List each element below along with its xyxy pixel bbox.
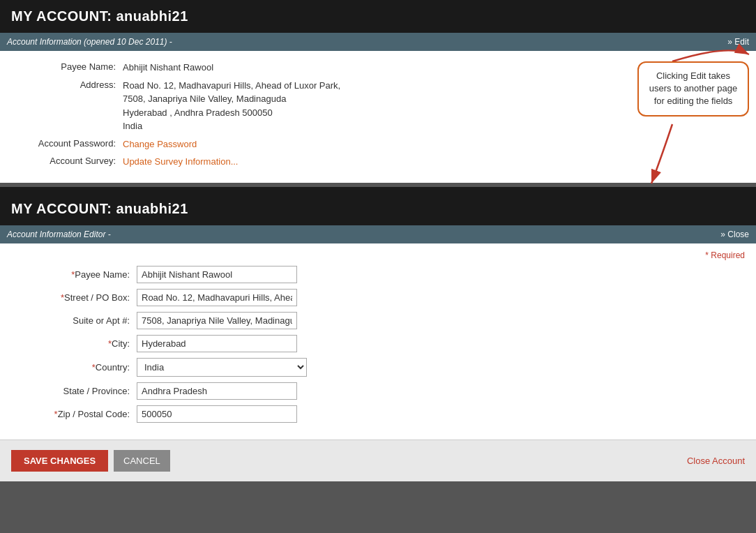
- edit-link[interactable]: » Edit: [727, 37, 749, 47]
- survey-label: Account Survey:: [11, 155, 123, 166]
- form-row-suite: Suite or Apt #:: [11, 312, 745, 329]
- address-value: Road No. 12, Madhavapuri Hills, Ahead of…: [123, 79, 340, 133]
- cancel-button[interactable]: CANCEL: [114, 450, 170, 472]
- country-select[interactable]: India: [137, 358, 307, 377]
- page-title-1: MY ACCOUNT: anuabhi21: [0, 0, 756, 33]
- form-label-state: State / Province:: [11, 386, 137, 396]
- section1-header-title: Account Information (opened 10 Dec 2011)…: [7, 37, 172, 47]
- form-label-city: *City:: [11, 338, 137, 349]
- account-view-section: MY ACCOUNT: anuabhi21 Account Informatio…: [0, 0, 756, 183]
- form-label-street: *Street / PO Box:: [11, 292, 137, 303]
- password-value: Change Password: [123, 137, 197, 151]
- section1-content: Payee Name: Abhijit Nishant Rawool Addre…: [0, 51, 756, 183]
- account-info-table: Payee Name: Abhijit Nishant Rawool Addre…: [0, 51, 756, 183]
- form-label-zip: *Zip / Postal Code:: [11, 409, 137, 419]
- address-row: Address: Road No. 12, Madhavapuri Hills,…: [11, 79, 745, 133]
- state-input[interactable]: [137, 382, 297, 400]
- street-input[interactable]: [137, 289, 297, 306]
- survey-row: Account Survey: Update Survey Informatio…: [11, 155, 745, 169]
- zip-input[interactable]: [137, 405, 297, 423]
- form-row-city: *City:: [11, 335, 745, 352]
- form-row-street: *Street / PO Box:: [11, 289, 745, 306]
- suite-input[interactable]: [137, 312, 297, 329]
- page-title-2: MY ACCOUNT: anuabhi21: [0, 193, 756, 225]
- change-password-link[interactable]: Change Password: [123, 139, 197, 149]
- form-row-zip: *Zip / Postal Code:: [11, 405, 745, 423]
- editor-form: * Required *Payee Name: *Street / PO Box…: [0, 243, 756, 440]
- form-label-payee: *Payee Name:: [11, 269, 137, 280]
- payee-row: Payee Name: Abhijit Nishant Rawool: [11, 61, 745, 75]
- form-row-country: *Country: India: [11, 358, 745, 377]
- required-note: * Required: [11, 250, 745, 260]
- account-editor-section: MY ACCOUNT: anuabhi21 Account Informatio…: [0, 193, 756, 481]
- payee-value: Abhijit Nishant Rawool: [123, 61, 213, 75]
- survey-value: Update Survey Information...: [123, 155, 238, 169]
- section-divider: [0, 187, 756, 193]
- payee-label: Payee Name:: [11, 61, 123, 72]
- section1-header-bar: Account Information (opened 10 Dec 2011)…: [0, 33, 756, 51]
- section2-header-bar: Account Information Editor - » Close: [0, 225, 756, 243]
- form-row-state: State / Province:: [11, 382, 745, 400]
- form-label-country: *Country:: [11, 362, 137, 373]
- form-row-payee: *Payee Name:: [11, 266, 745, 283]
- address-label: Address:: [11, 79, 123, 90]
- form-label-suite: Suite or Apt #:: [11, 315, 137, 326]
- close-account-button[interactable]: Close Account: [687, 456, 745, 466]
- section2-header-title: Account Information Editor -: [7, 230, 111, 239]
- save-changes-button[interactable]: SAVE CHANGES: [11, 450, 108, 472]
- update-survey-link[interactable]: Update Survey Information...: [123, 156, 238, 167]
- city-input[interactable]: [137, 335, 297, 352]
- close-link[interactable]: » Close: [720, 230, 749, 239]
- password-row: Account Password: Change Password: [11, 137, 745, 151]
- button-bar: SAVE CHANGES CANCEL Close Account: [0, 440, 756, 481]
- password-label: Account Password:: [11, 137, 123, 149]
- payee-input[interactable]: [137, 266, 297, 283]
